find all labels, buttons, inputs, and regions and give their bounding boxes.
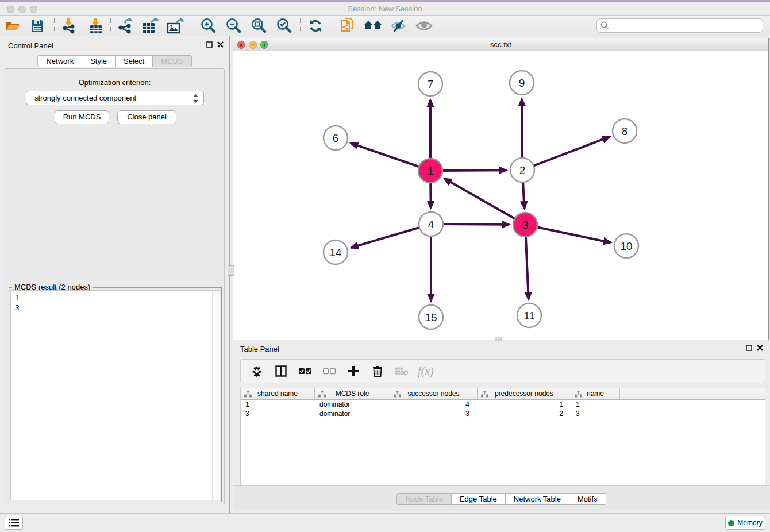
column-header-name[interactable]: name — [571, 388, 620, 399]
control-panel-tabs: Network Style Select MCDS — [0, 55, 229, 67]
tab-edge-table[interactable]: Edge Table — [452, 493, 506, 505]
open-folder-icon[interactable] — [3, 17, 22, 34]
column-header-MCDS-role[interactable]: MCDS role — [315, 388, 390, 399]
cell-predecessor-nodes[interactable]: 2 — [478, 409, 571, 418]
window-title: Session: New Session — [0, 5, 770, 13]
cell-shared-name[interactable]: 1 — [241, 400, 315, 409]
mcds-panel-content: Optimization criterion: strongly connect… — [5, 68, 225, 504]
control-panel: Control Panel Network Style Select MCDS … — [0, 36, 229, 513]
result-scrollbar[interactable] — [212, 291, 220, 500]
svg-text:3: 3 — [522, 219, 529, 231]
svg-text:1: 1 — [428, 165, 434, 177]
table-row[interactable]: 1dominator411 — [241, 400, 765, 409]
zoom-fit-icon[interactable] — [249, 17, 268, 34]
column-header-shared-name[interactable]: shared name — [241, 388, 315, 399]
delete-icon[interactable] — [369, 363, 386, 379]
add-icon[interactable] — [345, 363, 361, 379]
mcds-result-text[interactable]: 1 3 — [10, 290, 220, 500]
graph-edge-3-1 — [444, 179, 525, 225]
tab-network-table[interactable]: Network Table — [506, 493, 569, 505]
tab-node-table[interactable]: Node Table — [396, 493, 452, 505]
copy-document-share-icon[interactable] — [338, 17, 357, 34]
refresh-icon[interactable] — [306, 17, 325, 34]
run-mcds-button[interactable]: Run MCDS — [55, 110, 109, 124]
cell-name[interactable]: 3 — [571, 409, 620, 418]
cell-MCDS-role[interactable]: dominator — [315, 400, 390, 409]
memory-label: Memory — [737, 519, 762, 527]
svg-text:6: 6 — [333, 132, 339, 144]
dropdown-stepper-icon — [192, 94, 199, 107]
tab-style[interactable]: Style — [82, 55, 116, 67]
toolbar-separator — [192, 18, 192, 33]
export-image-icon[interactable] — [167, 17, 185, 34]
table-body[interactable]: 1dominator4113dominator323 — [241, 400, 765, 418]
float-table-panel-icon[interactable] — [746, 345, 752, 351]
cell-successor-nodes[interactable]: 3 — [390, 409, 478, 418]
cell-name[interactable]: 1 — [571, 400, 620, 409]
tab-mcds[interactable]: MCDS — [153, 55, 191, 67]
network-window-titlebar[interactable]: × − + scc.txt — [233, 38, 768, 51]
tab-motifs[interactable]: Motifs — [569, 493, 606, 505]
float-panel-icon[interactable] — [206, 41, 213, 48]
column-header-successor-nodes[interactable]: successor nodes — [390, 388, 478, 399]
gear-icon[interactable] — [249, 363, 265, 379]
hide-graphics-icon[interactable] — [389, 17, 407, 34]
graph-svg[interactable]: 7968124314101511 — [233, 51, 768, 340]
vertical-splitter-grip[interactable] — [228, 265, 234, 276]
close-panel-icon[interactable] — [217, 41, 224, 48]
table-header-row[interactable]: shared nameMCDS rolesuccessor nodesprede… — [241, 388, 765, 400]
table-tabs: Node Table Edge Table Network Table Moti… — [233, 493, 770, 505]
select-all-icon[interactable] — [297, 363, 313, 379]
svg-text:2: 2 — [519, 164, 526, 176]
toolbar-separator — [110, 18, 111, 33]
column-header-predecessor-nodes[interactable]: predecessor nodes — [478, 388, 571, 399]
cell-MCDS-role[interactable]: dominator — [315, 409, 390, 418]
zoom-selected-icon[interactable] — [275, 17, 293, 34]
close-table-panel-icon[interactable] — [757, 345, 763, 351]
columns-icon[interactable] — [273, 363, 289, 379]
search-icon — [600, 21, 609, 30]
column-label: successor nodes — [407, 390, 459, 398]
graph-edge-3-10 — [525, 225, 611, 242]
deselect-all-icon[interactable] — [321, 363, 337, 379]
tab-select[interactable]: Select — [116, 55, 153, 67]
search-input[interactable] — [596, 18, 763, 33]
eye-icon[interactable] — [415, 17, 433, 34]
cell-successor-nodes[interactable]: 4 — [390, 400, 478, 409]
zoom-in-icon[interactable] — [199, 17, 217, 34]
network-canvas[interactable]: 7968124314101511 — [233, 51, 768, 340]
control-panel-title: Control Panel — [8, 41, 53, 50]
result-line: 3 — [15, 303, 220, 313]
mcds-result-group: MCDS result (2 nodes) 1 3 — [9, 287, 222, 502]
import-table-icon[interactable] — [86, 17, 105, 34]
result-line: 1 — [15, 293, 220, 303]
homes-icon[interactable] — [364, 17, 382, 34]
zoom-out-icon[interactable] — [224, 17, 242, 34]
cell-shared-name[interactable]: 3 — [241, 409, 315, 418]
app-titlebar: Session: New Session — [0, 0, 770, 16]
svg-text:14: 14 — [329, 246, 342, 259]
tab-network[interactable]: Network — [37, 55, 82, 67]
table-row[interactable]: 3dominator323 — [241, 409, 765, 418]
column-label: MCDS role — [336, 390, 369, 398]
toolbar-separator — [54, 18, 55, 33]
optimization-criterion-select[interactable]: strongly connected component — [26, 91, 204, 105]
status-bar: Memory — [0, 513, 770, 532]
memory-button[interactable]: Memory — [725, 516, 765, 530]
svg-text:10: 10 — [620, 240, 632, 252]
svg-text:9: 9 — [519, 77, 525, 89]
cell-predecessor-nodes[interactable]: 1 — [478, 400, 571, 409]
toolbar-separator — [300, 18, 301, 33]
search-field — [596, 18, 763, 33]
export-network-icon[interactable] — [116, 17, 134, 34]
import-network-icon[interactable] — [59, 17, 78, 34]
close-panel-button[interactable]: Close panel — [117, 110, 176, 124]
network-view-window: × − + scc.txt 7968124314101511 — [233, 38, 769, 340]
node-table[interactable]: shared nameMCDS rolesuccessor nodesprede… — [240, 388, 765, 485]
svg-text:4: 4 — [428, 218, 434, 230]
task-history-button[interactable] — [5, 516, 23, 530]
export-table-icon[interactable] — [141, 17, 160, 34]
table-panel-title: Table Panel — [240, 345, 279, 353]
horizontal-splitter-grip[interactable] — [495, 337, 502, 341]
save-icon[interactable] — [28, 17, 47, 34]
